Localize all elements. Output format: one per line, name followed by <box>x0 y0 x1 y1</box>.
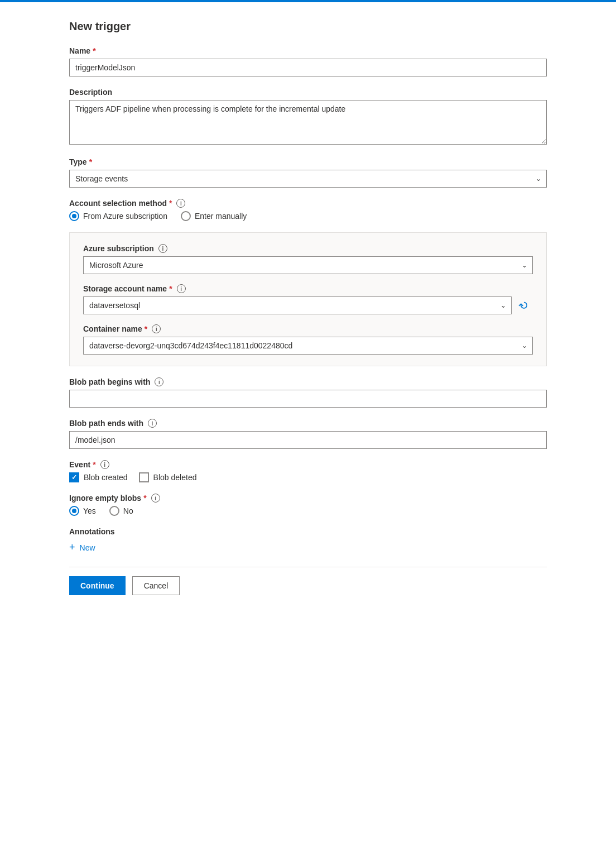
ignore-empty-info-icon[interactable]: i <box>151 494 160 503</box>
ignore-empty-yes[interactable]: Yes <box>69 506 96 516</box>
radio-enter-manually[interactable]: Enter manually <box>181 211 247 221</box>
radio-from-azure[interactable]: From Azure subscription <box>69 211 167 221</box>
blob-path-ends-field: Blob path ends with i <box>69 419 547 449</box>
storage-account-select-wrapper: dataversetosql ⌄ <box>83 296 512 314</box>
description-input[interactable] <box>69 100 547 145</box>
type-select[interactable]: Storage events <box>69 170 547 188</box>
azure-subscription-select[interactable]: Microsoft Azure <box>83 256 533 274</box>
azure-subscription-label: Azure subscription i <box>83 244 533 253</box>
storage-account-label: Storage account name * i <box>83 284 533 293</box>
annotations-section: Annotations + New <box>69 527 547 553</box>
name-input[interactable] <box>69 59 547 76</box>
name-field-group: Name * <box>69 46 547 76</box>
radio-azure-circle <box>69 211 79 221</box>
container-required: * <box>145 324 147 333</box>
ignore-empty-no-circle <box>109 506 119 516</box>
container-name-select[interactable]: dataverse-devorg2-unq3cd674d243f4ec11811… <box>83 337 533 355</box>
type-field-group: Type * Storage events ⌄ <box>69 157 547 188</box>
event-info-icon[interactable]: i <box>100 460 109 469</box>
container-name-label: Container name * i <box>83 324 533 333</box>
blob-created-checkbox[interactable]: ✓ <box>69 472 79 482</box>
blob-path-ends-info-icon[interactable]: i <box>148 419 157 428</box>
account-required: * <box>169 199 172 208</box>
blob-path-ends-input[interactable] <box>69 431 547 449</box>
type-required: * <box>89 157 92 166</box>
page-title: New trigger <box>69 18 547 33</box>
plus-icon: + <box>69 542 75 553</box>
event-required: * <box>93 460 95 469</box>
azure-subscription-field: Azure subscription i Microsoft Azure ⌄ <box>83 244 533 274</box>
radio-azure-label: From Azure subscription <box>83 212 167 221</box>
container-name-select-wrapper: dataverse-devorg2-unq3cd674d243f4ec11811… <box>83 337 533 355</box>
name-required: * <box>93 46 95 55</box>
storage-required: * <box>169 284 172 293</box>
continue-button[interactable]: Continue <box>69 576 126 595</box>
blob-deleted-checkbox-option[interactable]: Blob deleted <box>139 472 197 482</box>
radio-manual-label: Enter manually <box>195 212 247 221</box>
ignore-empty-required: * <box>143 494 146 503</box>
event-checkbox-group: ✓ Blob created Blob deleted <box>69 472 547 482</box>
annotations-label: Annotations <box>69 527 547 536</box>
ignore-empty-no[interactable]: No <box>109 506 133 516</box>
storage-refresh-button[interactable]: ↻ <box>515 296 533 314</box>
type-select-wrapper: Storage events ⌄ <box>69 170 547 188</box>
azure-sub-info-icon[interactable]: i <box>158 244 167 253</box>
form-container: New trigger Name * Description Type * St… <box>51 2 565 613</box>
ignore-empty-blobs-label: Ignore empty blobs * i <box>69 494 547 503</box>
cancel-button[interactable]: Cancel <box>132 576 180 595</box>
radio-manual-circle <box>181 211 191 221</box>
description-field-group: Description <box>69 88 547 146</box>
event-label: Event * i <box>69 460 547 469</box>
type-label: Type * <box>69 157 547 166</box>
refresh-icon: ↻ <box>516 298 532 314</box>
ignore-empty-yes-label: Yes <box>83 506 96 515</box>
blob-path-begins-input[interactable] <box>69 390 547 408</box>
account-selection-field-group: Account selection method * i From Azure … <box>69 199 547 221</box>
ignore-empty-radio-group: Yes No <box>69 506 547 516</box>
blob-created-checkbox-option[interactable]: ✓ Blob created <box>69 472 128 482</box>
footer-buttons: Continue Cancel <box>69 567 547 595</box>
azure-subscription-select-wrapper: Microsoft Azure ⌄ <box>83 256 533 274</box>
blob-created-check-icon: ✓ <box>71 473 77 481</box>
blob-path-begins-field: Blob path begins with i <box>69 377 547 408</box>
account-info-icon[interactable]: i <box>176 199 185 208</box>
blob-deleted-checkbox[interactable] <box>139 472 149 482</box>
event-field-group: Event * i ✓ Blob created Blob deleted <box>69 460 547 482</box>
blob-path-ends-label: Blob path ends with i <box>69 419 547 428</box>
azure-subscription-section: Azure subscription i Microsoft Azure ⌄ S… <box>69 232 547 366</box>
ignore-empty-blobs-field: Ignore empty blobs * i Yes No <box>69 494 547 516</box>
blob-created-label: Blob created <box>84 473 128 482</box>
storage-account-select[interactable]: dataversetosql <box>83 296 512 314</box>
container-name-field: Container name * i dataverse-devorg2-unq… <box>83 324 533 355</box>
storage-account-field: Storage account name * i dataversetosql … <box>83 284 533 314</box>
container-info-icon[interactable]: i <box>152 324 161 333</box>
ignore-empty-yes-circle <box>69 506 79 516</box>
blob-path-begins-label: Blob path begins with i <box>69 377 547 386</box>
storage-account-select-refresh: dataversetosql ⌄ ↻ <box>83 296 533 314</box>
add-annotation-button[interactable]: + New <box>69 542 95 553</box>
ignore-empty-no-label: No <box>123 506 133 515</box>
storage-info-icon[interactable]: i <box>177 284 186 293</box>
name-label: Name * <box>69 46 547 55</box>
description-label: Description <box>69 88 547 97</box>
blob-path-begins-info-icon[interactable]: i <box>155 377 163 386</box>
add-new-label: New <box>80 543 95 552</box>
account-selection-radio-group: From Azure subscription Enter manually <box>69 211 547 221</box>
blob-deleted-label: Blob deleted <box>153 473 197 482</box>
account-selection-label: Account selection method * i <box>69 199 547 208</box>
